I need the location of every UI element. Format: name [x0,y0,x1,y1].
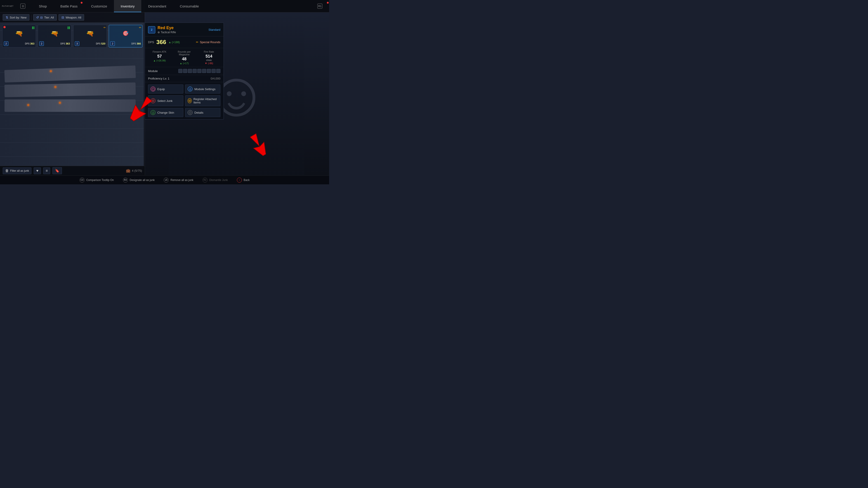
weapon-module-section: Module [145,67,223,75]
change-skin-icon: △ [151,110,156,115]
weapon-4-image: 🎯 [110,26,141,40]
controller-icon: ⊡ [20,4,25,8]
weapon-3-dps: DPS 520 [96,42,105,45]
weapon-card-2[interactable]: 🔫 2 DPS 363 [38,25,71,47]
inventory-icon: 💼 [126,168,130,173]
module-slot [212,69,216,73]
filter-junk-label: Filter all as junk [10,169,29,172]
tier-filter-icon: ⊟ [40,16,43,19]
designate-junk-label: Designate all as junk [130,178,155,182]
bookmark-icon: 🔖 [55,168,59,173]
toolbar: ⇅ Sort by: New ↺ ⊟ Tier: All ⊟ Weapon: A… [0,12,145,23]
weapon-type-badge: 2 [148,26,155,33]
details-icon: ⬡ [188,110,193,115]
dismantle-junk-label: Dismantle Junk [209,178,228,182]
weapon-filter-icon: ⊟ [61,15,64,19]
proficiency-label: Proficiency Lv. 1 [148,77,169,80]
weapon-rarity: Standard [209,28,220,31]
inventory-count-label: 4 (5/75) [132,169,142,172]
filter-junk-icon: 🗑 [5,169,9,173]
proficiency-value: 0/4,000 [211,77,220,80]
equip-icon: ◯ [151,87,156,92]
l5-icon: L5 [164,177,168,183]
sort-button[interactable]: ⇅ Sort by: New [3,14,29,21]
filter-junk-button[interactable]: 🗑 Filter all as junk [3,167,31,174]
back-button[interactable]: ○ Back [237,177,250,183]
battle-pass-notification-dot [81,2,83,4]
bookmark-button[interactable]: 🔖 [53,167,62,174]
weapon-card-1[interactable]: 🔫 2 DPS 363 [2,25,36,47]
designate-junk-button[interactable]: R3 Designate all as junk [123,177,155,183]
select-junk-button[interactable]: ⊡ Select Junk [148,95,183,106]
dps-delta: ▲ (+188) [168,41,180,44]
weapon-2-dps: DPS 363 [60,42,70,45]
nav-item-inventory[interactable]: Inventory [114,0,142,12]
nav-item-descendant[interactable]: Descendant [141,0,173,12]
top-nav: RUTAR.NET ⊡ Shop Battle Pass Customize I… [0,0,329,12]
nav-item-shop[interactable]: Shop [32,0,54,12]
bottom-bar: C3 Comparison Tooltip On R3 Designate al… [0,175,329,184]
nav-items: ⊡ Shop Battle Pass Customize Inventory D… [13,0,329,12]
weapon-2-level: 2 [39,41,44,46]
bottom-action-bar: 🗑 Filter all as junk ♥ ≡ 🔖 💼 4 (5/75) [0,166,145,175]
module-slots [178,69,220,73]
sort-icon: ⇅ [6,15,8,19]
module-settings-button[interactable]: △ Module Settings [185,85,220,94]
change-skin-button[interactable]: △ Change Skin [148,108,183,117]
comparison-tooltip-label: Comparison Tooltip On [86,178,114,182]
register-attached-button[interactable]: ⊟ Register Attached Items [185,95,220,106]
weapon-2-image: 🔫 [39,26,70,40]
module-label: Module [148,69,158,73]
weapon-name-block: Red Eye ⊛ Tactical Rifle [158,26,176,34]
weapon-1-image: 🔫 [4,26,34,40]
dps-label: DPS [148,40,154,44]
details-button[interactable]: ⬡ Details [185,108,220,117]
nav-item-controller[interactable]: ⊡ [13,0,32,12]
module-slot [197,69,202,73]
inventory-count: 💼 4 (5/75) [126,168,142,173]
weapon-3-image: 🔫 [75,26,105,40]
weapon-4-dps: DPS 366 [131,42,141,45]
equip-button[interactable]: ◯ Equip [148,85,183,94]
module-slot [193,69,197,73]
compare-icon: ≡ [46,169,48,173]
weapon-name: Red Eye [158,26,176,30]
weapon-4-level: 2 [110,41,115,46]
c3-icon: C3 [80,177,85,183]
weapon-filter-button[interactable]: ⊟ Weapon: All [59,14,84,21]
nav-item-customize[interactable]: Customize [84,0,114,12]
weapon-stats: Firearm ATK 57 ▲ (+26.99) Rounds per Mag… [145,48,223,67]
module-slot [183,69,187,73]
r2-icon: R2 [203,177,208,183]
remove-junk-button[interactable]: L5 Remove all as junk [164,177,193,183]
heart-icon: ♥ [36,169,38,173]
weapon-subtype: ⊛ Tactical Rifle [158,31,176,34]
comparison-tooltip-button[interactable]: C3 Comparison Tooltip On [80,177,114,183]
select-junk-icon: ⊡ [151,98,156,103]
weapon-detail-header: 2 Red Eye ⊛ Tactical Rifle Standard [145,23,223,36]
nav-item-consumable[interactable]: Consumable [173,0,206,12]
weapon-2-footer: 2 DPS 363 [39,41,70,46]
back-label: Back [244,178,250,182]
r3-icon: R3 [123,177,128,183]
dps-ammo: ✏ Special Rounds [196,40,220,44]
weapon-card-3[interactable]: ✏ 🔫 3 DPS 520 [73,25,107,47]
weapon-detail-panel: 2 Red Eye ⊛ Tactical Rifle Standard DPS … [145,23,224,120]
dismantle-junk-button[interactable]: R2 Dismantle Junk [203,177,228,183]
weapon-1-dps: DPS 363 [25,42,34,45]
nav-item-battle-pass[interactable]: Battle Pass [54,0,84,12]
module-settings-icon: △ [188,87,193,92]
weapon-1-footer: 2 DPS 363 [4,41,34,46]
favorite-button[interactable]: ♥ [34,167,41,174]
weapon-3-footer: 3 DPS 520 [75,41,105,46]
compare-button[interactable]: ≡ [43,167,50,174]
weapon-grid: 🔫 2 DPS 363 🔫 2 DPS 363 ✏ 🔫 3 [0,23,145,170]
stat-firearm-atk: Firearm ATK 57 ▲ (+26.99) [148,51,171,65]
remove-junk-label: Remove all as junk [170,178,193,182]
stat-fire-rate: Fire Rate 514 r/min ▼ (-86) [197,51,220,65]
register-attached-icon: ⊟ [188,98,192,103]
weapon-card-4[interactable]: ✏ 🎯 2 DPS 366 [109,25,143,47]
weapon-4-footer: 2 DPS 366 [110,41,141,46]
nav-item-r1[interactable]: R1 [311,0,329,12]
tier-filter-button[interactable]: ↺ ⊟ Tier: All [33,14,57,21]
